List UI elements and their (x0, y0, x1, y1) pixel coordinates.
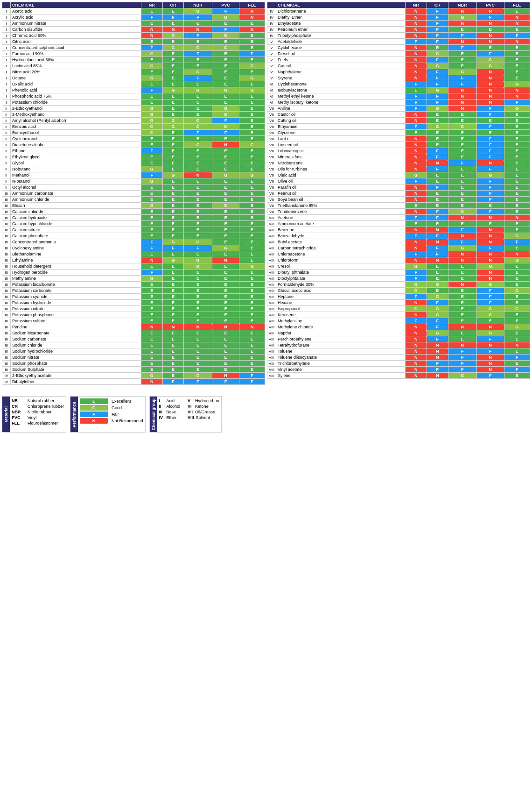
chemical-name-col: Chloroform (276, 257, 406, 263)
table-row: VGas oilNGEGE (267, 63, 530, 69)
table-row: VIITriethanolamine 85%EEEEE (267, 203, 530, 209)
chemical-name-col: Nitric acid 20% (11, 69, 141, 75)
rating-col: E (448, 330, 476, 336)
rating-col: E (212, 99, 239, 106)
rating-col: E (448, 63, 476, 69)
chemical-name-col: Trichloroethylene (276, 361, 406, 367)
chemical-name-col: Cresol (276, 263, 406, 270)
rating-col: N (239, 324, 265, 330)
group-col: II (2, 112, 11, 118)
rating-col: E (162, 312, 184, 318)
rating-col: E (448, 336, 476, 342)
group-col: VIII (267, 361, 276, 367)
rating-col: G (212, 124, 239, 130)
group-col: I (2, 14, 11, 21)
rating-col: E (184, 136, 212, 142)
perf-content: EExecellentGGoodFFairNNot Recommend (78, 397, 145, 432)
rating-col: E (184, 306, 212, 312)
left-table: CHEMICAL NR CR NBR PVC FLE IAcetic acidE… (2, 2, 265, 385)
rating-col: G (162, 124, 184, 130)
table-row: IIOctyl alcoholEEEEE (2, 185, 265, 191)
rating-col: G (405, 172, 427, 178)
chemical-name-col: N-butanol (11, 178, 141, 185)
right-cr-header: CR (427, 2, 448, 8)
group-col: III (2, 263, 11, 270)
table-row: IVEthylacetateNFNNN (267, 21, 530, 27)
rating-col: F (504, 355, 530, 361)
rating-col: N (405, 348, 427, 355)
rating-col: E (212, 160, 239, 166)
chemical-name-col: Bleach (11, 203, 141, 209)
rating-col: E (141, 355, 162, 361)
rating-col: N (476, 21, 504, 27)
rating-col: F (427, 75, 448, 81)
group-col: III (2, 312, 11, 318)
cg-num: VII (188, 410, 193, 414)
rating-col: N (162, 324, 184, 330)
chemical-name-col: Methylene chloride (276, 324, 406, 330)
rating-col: E (448, 294, 476, 300)
rating-col: N (405, 75, 427, 81)
rating-col: E (448, 191, 476, 197)
rating-col: E (504, 57, 530, 63)
rating-col: N (476, 270, 504, 276)
rating-col: N (405, 118, 427, 124)
chemical-name-col: Isobutanol (11, 166, 141, 172)
rating-col: N (405, 197, 427, 203)
chemical-name-col: Dibutyl phthalate (276, 270, 406, 276)
chemical-name-col: Ammonium chloride (11, 197, 141, 203)
rating-col: E (212, 336, 239, 342)
rating-col: E (504, 276, 530, 282)
right-nr-header: NR (405, 2, 427, 8)
table-row: VIIICarbon tetrachlorideNFGFE (267, 245, 530, 251)
rating-col: E (239, 45, 265, 51)
rating-col: F (427, 39, 448, 45)
chemical-name-col: Isopropanol (276, 306, 406, 312)
rating-col: F (448, 361, 476, 367)
group-col: VII (267, 106, 276, 112)
rating-col: E (504, 154, 530, 160)
table-row: IAcetic acidEEGFN (2, 8, 265, 14)
table-row: IOxalic acidEEEEE (2, 81, 265, 87)
rating-col: N (476, 39, 504, 45)
rating-col: E (162, 57, 184, 63)
group-col: III (2, 288, 11, 294)
rating-col: E (212, 233, 239, 239)
rating-col: E (476, 318, 504, 324)
rating-col: E (162, 75, 184, 81)
rating-col: E (448, 112, 476, 118)
table-row: IPhosphoric acid 75%EEEEE (2, 93, 265, 99)
chemical-name-col: Naphthalene (276, 69, 406, 75)
remarks-section (0, 387, 532, 394)
table-row: INitric acid 20%EEGEE (2, 69, 265, 75)
left-pvc-header: PVC (212, 2, 239, 8)
rating-col: F (427, 14, 448, 21)
chemical-name-col: Oils for turbines (276, 166, 406, 172)
cg-label: Solvent (196, 415, 210, 420)
group-col: VII (267, 160, 276, 166)
chemical-name-col: Vinyl acetate (276, 367, 406, 373)
rating-col: E (448, 306, 476, 312)
chemical-name-col: Diesel oil (276, 51, 406, 57)
rating-col: E (162, 367, 184, 373)
rating-col: E (239, 288, 265, 294)
rating-col: N (405, 63, 427, 69)
left-table-section: CHEMICAL NR CR NBR PVC FLE IAcetic acidE… (2, 2, 265, 385)
right-group-header (267, 2, 276, 8)
rating-col: E (504, 185, 530, 191)
rating-col: G (184, 263, 212, 270)
rating-col: G (184, 257, 212, 263)
rating-col: E (141, 342, 162, 348)
rating-col: E (212, 330, 239, 336)
group-col: II (2, 118, 11, 124)
rating-col: E (212, 21, 239, 27)
group-col: I (2, 99, 11, 106)
material-legend-row: CRChloroprene rubber (12, 404, 64, 409)
cg-col2: VHydrocarbonVIKetoneVIIOil/GreaseVIIISol… (188, 398, 219, 430)
group-col: III (2, 233, 11, 239)
table-row: IPhenolic acidFGGGG (2, 87, 265, 93)
rating-col: G (427, 306, 448, 312)
group-col: V (267, 75, 276, 81)
rating-col: E (212, 69, 239, 75)
rating-col: E (184, 99, 212, 106)
